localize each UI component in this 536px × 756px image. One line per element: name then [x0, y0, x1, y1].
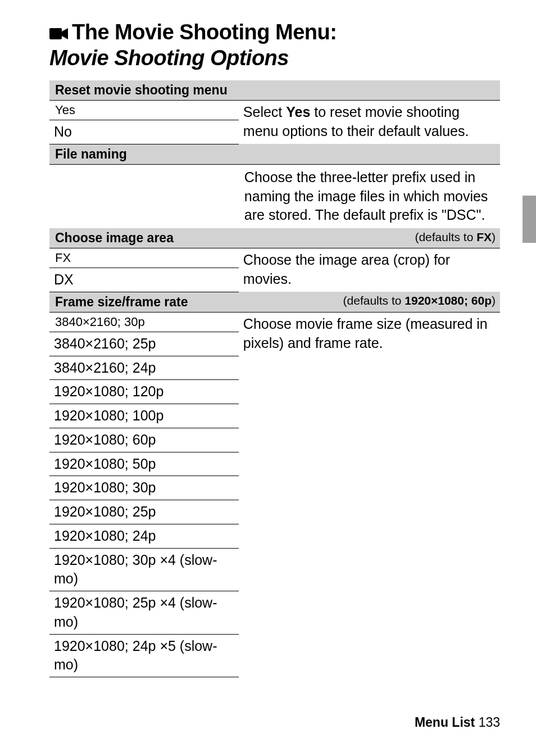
option-label: 1920×1080; 24p — [54, 528, 156, 544]
page-title-block: The Movie Shooting Menu: Movie Shooting … — [49, 20, 500, 70]
option-label: Yes — [55, 103, 75, 117]
desc-bold: Yes — [286, 104, 310, 120]
option-row: FX Choose the image area (crop) for movi… — [49, 248, 500, 268]
section-header-row: Frame size/frame rate (defaults to 1920×… — [49, 292, 500, 312]
section-header: Reset movie shooting menu — [55, 83, 228, 97]
svg-rect-0 — [49, 28, 62, 39]
desc-part: Select — [243, 104, 286, 120]
defaults-suffix: ) — [492, 230, 496, 243]
section-header-row: Reset movie shooting menu — [49, 80, 500, 101]
title-text-1: The Movie Shooting Menu: — [72, 20, 337, 44]
option-label: FX — [55, 251, 71, 265]
page-footer: Menu List 133 — [415, 715, 500, 730]
footer-label: Menu List — [415, 715, 475, 730]
defaults-value: FX — [476, 230, 492, 243]
option-label: 3840×2160; 25p — [54, 336, 156, 351]
option-label: 1920×1080; 25p ×4 (slow-mo) — [54, 595, 217, 630]
option-label: 1920×1080; 30p ×4 (slow-mo) — [54, 552, 217, 587]
settings-table: Reset movie shooting menu Yes Select Yes… — [49, 80, 500, 677]
section-desc-row: Choose the three-letter prefix used in n… — [49, 164, 500, 228]
defaults-prefix: (defaults to — [415, 230, 476, 243]
section-header-row: Choose image area (defaults to FX) — [49, 228, 500, 248]
page: The Movie Shooting Menu: Movie Shooting … — [0, 0, 536, 756]
option-label: No — [54, 124, 72, 139]
option-label: 3840×2160; 30p — [55, 315, 145, 329]
section-header-right: (defaults to 1920×1080; 60p) — [239, 292, 500, 312]
page-title-line1: The Movie Shooting Menu: — [49, 20, 500, 46]
movie-icon — [49, 22, 69, 46]
section-desc: Select Yes to reset movie shooting menu … — [239, 101, 500, 144]
option-label: 1920×1080; 24p ×5 (slow-mo) — [54, 638, 217, 673]
option-label: 1920×1080; 60p — [54, 432, 156, 447]
page-title-line2: Movie Shooting Options — [49, 46, 500, 70]
section-header: Choose image area — [55, 230, 174, 245]
option-label: 1920×1080; 120p — [54, 383, 163, 399]
section-header: File naming — [55, 147, 127, 161]
option-label: 1920×1080; 30p — [54, 479, 156, 495]
side-tab — [523, 196, 536, 243]
section-header: Frame size/frame rate — [55, 295, 188, 309]
option-label: 1920×1080; 25p — [54, 504, 156, 519]
section-desc: Choose the image area (crop) for movies. — [239, 248, 500, 292]
option-label: 3840×2160; 24p — [54, 360, 156, 375]
defaults-suffix: ) — [492, 294, 496, 307]
option-label: 1920×1080; 100p — [54, 408, 163, 423]
option-label: DX — [54, 271, 74, 287]
section-header-right: (defaults to FX) — [239, 228, 500, 248]
option-label: 1920×1080; 50p — [54, 456, 156, 472]
option-row: Yes Select Yes to reset movie shooting m… — [49, 101, 500, 120]
section-header-row: File naming — [49, 144, 500, 164]
footer-page: 133 — [479, 715, 500, 730]
option-row: 3840×2160; 30p Choose movie frame size (… — [49, 312, 500, 332]
section-desc: Choose the three-letter prefix used in n… — [239, 164, 500, 228]
defaults-prefix: (defaults to — [343, 294, 405, 307]
section-desc: Choose movie frame size (measured in pix… — [239, 312, 500, 677]
defaults-value: 1920×1080; 60p — [405, 294, 492, 307]
